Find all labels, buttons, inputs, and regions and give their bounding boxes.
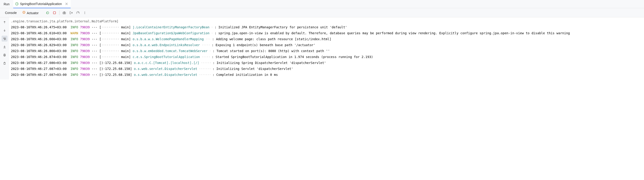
log-source[interactable]: o.s.b.w.embedded.tomcat.TomcatWebServer <box>133 49 208 53</box>
up-stacktrace-button[interactable] <box>2 19 8 25</box>
run-tab-title: SpringBootTutorialApplication <box>20 2 62 6</box>
log-source[interactable]: o.s.web.servlet.DispatcherServlet <box>134 73 197 76</box>
close-tab-button[interactable] <box>65 2 68 6</box>
console-tab[interactable]: Console <box>3 10 19 16</box>
log-level: INFO <box>70 73 78 76</box>
actuator-tab-label: Actuator <box>27 11 38 15</box>
log-thread: main] <box>121 25 133 29</box>
log-separator: --- <box>90 37 99 41</box>
log-line: 2023-08-16T09:46:26.829+03:00 INFO 79039… <box>11 42 642 48</box>
exit-icon[interactable] <box>68 10 74 16</box>
log-message: : Tomcat started on port(s): 8080 (http)… <box>212 49 330 53</box>
log-separator: --- <box>90 73 99 76</box>
log-level: INFO <box>70 43 78 47</box>
svg-point-2 <box>24 12 24 13</box>
log-thread: main] <box>121 49 133 53</box>
log-message: : Initializing Servlet 'dispatcherServle… <box>212 67 293 71</box>
rerun-button[interactable] <box>45 10 50 16</box>
log-separator: --- <box>90 31 99 35</box>
log-message: : Started SpringBootTutorialApplication … <box>212 55 373 59</box>
log-separator: --- <box>90 61 99 65</box>
clear-all-button[interactable] <box>2 60 8 66</box>
log-level: INFO <box>70 61 78 65</box>
log-level: WARN <box>70 31 78 35</box>
log-line: 2023-08-16T09:46:27.087+03:00 INFO 79039… <box>11 66 642 72</box>
run-tool-window-header: Run SpringBootTutorialApplication <box>0 0 644 8</box>
camera-icon[interactable] <box>61 10 67 16</box>
log-pid: 79039 <box>80 49 90 53</box>
log-line: 2023-08-16T09:46:26.666+03:00 INFO 79039… <box>11 36 642 42</box>
log-separator: --- <box>90 25 99 29</box>
log-thread: [)-172.25.68.158] <box>99 67 134 71</box>
log-fragment: .engine.transaction.jta.platform.interna… <box>11 18 642 24</box>
log-line: 2023-08-16T09:46:27.087+03:00 INFO 79039… <box>11 72 642 78</box>
log-thread: main] <box>121 37 133 41</box>
svg-rect-10 <box>4 54 5 55</box>
svg-point-5 <box>64 12 64 13</box>
log-timestamp: 2023-08-16T09:46:26.475+03:00 <box>11 25 66 29</box>
svg-point-7 <box>84 12 85 13</box>
profiler-icon[interactable] <box>75 10 81 16</box>
down-stacktrace-button[interactable] <box>2 27 8 33</box>
stop-button[interactable] <box>52 10 58 16</box>
log-message: : Initialized JPA EntityManagerFactory f… <box>214 25 347 29</box>
log-timestamp: 2023-08-16T09:46:27.087+03:00 <box>11 73 66 76</box>
log-level: INFO <box>70 25 78 29</box>
log-timestamp: 2023-08-16T09:46:26.666+03:00 <box>11 37 66 41</box>
log-source[interactable]: o.s.b.a.e.web.EndpointLinksResolver <box>133 43 200 47</box>
log-thread: main] <box>121 43 133 47</box>
log-thread: [)-172.25.68.158] <box>99 73 134 76</box>
log-message: : Initializing Spring DispatcherServlet … <box>213 61 326 65</box>
log-source[interactable]: JpaBaseConfiguration$JpaWebConfiguration <box>133 31 210 35</box>
console-output[interactable]: .engine.transaction.jta.platform.interna… <box>9 17 644 79</box>
log-message: : Exposing 1 endpoint(s) beneath base pa… <box>212 43 316 47</box>
log-message: : Adding welcome page: class path resour… <box>212 37 331 41</box>
log-separator: --- <box>90 67 99 71</box>
soft-wrap-button[interactable] <box>2 36 8 42</box>
log-level: INFO <box>70 55 78 59</box>
log-source[interactable]: o.a.c.c.C.[Tomcat].[localhost].[/] <box>134 61 199 65</box>
log-pid: 79039 <box>80 25 90 29</box>
log-timestamp: 2023-08-16T09:46:26.829+03:00 <box>11 43 66 47</box>
log-source[interactable]: o.s.web.servlet.DispatcherServlet <box>134 67 197 71</box>
log-pid: 79039 <box>80 61 90 65</box>
log-timestamp: 2023-08-16T09:46:26.866+03:00 <box>11 49 66 53</box>
log-line: 2023-08-16T09:46:26.874+03:00 INFO 79039… <box>11 54 642 60</box>
log-line: 2023-08-16T09:46:26.475+03:00 INFO 79039… <box>11 24 642 30</box>
log-separator: --- <box>90 49 99 53</box>
log-timestamp: 2023-08-16T09:46:26.874+03:00 <box>11 55 66 59</box>
log-source[interactable]: j.LocalContainerEntityManagerFactoryBean <box>133 25 210 29</box>
log-level: INFO <box>70 49 78 53</box>
log-message: : Completed initialization in 0 ms <box>212 73 278 76</box>
actuator-tab[interactable]: Actuator <box>20 9 41 16</box>
log-line: 2023-08-16T09:46:26.610+03:00 WARN 79039… <box>11 30 642 36</box>
fragment-text: .engine.transaction.jta.platform.interna… <box>11 19 118 23</box>
spring-boot-run-icon <box>15 2 19 6</box>
toolbar-divider <box>59 11 60 15</box>
scroll-to-end-button[interactable] <box>2 44 8 50</box>
log-line: 2023-08-16T09:46:27.086+03:00 INFO 79039… <box>11 60 642 66</box>
log-pid: 79039 <box>80 31 90 35</box>
more-icon[interactable] <box>82 10 88 16</box>
run-toolbar: Console Actuator <box>0 8 644 17</box>
log-timestamp: 2023-08-16T09:46:27.087+03:00 <box>11 67 66 71</box>
log-pid: 79039 <box>80 37 90 41</box>
log-level: INFO <box>70 67 78 71</box>
log-thread: [)-172.25.68.158] <box>99 61 134 65</box>
log-pid: 79039 <box>80 67 90 71</box>
log-timestamp: 2023-08-16T09:46:26.610+03:00 <box>11 31 66 35</box>
log-pid: 79039 <box>80 55 90 59</box>
log-line: 2023-08-16T09:46:26.866+03:00 INFO 79039… <box>11 48 642 54</box>
print-button[interactable] <box>2 52 8 58</box>
svg-rect-3 <box>53 12 56 14</box>
log-timestamp: 2023-08-16T09:46:27.086+03:00 <box>11 61 66 65</box>
log-separator: --- <box>90 55 99 59</box>
log-source[interactable]: c.e.s.SpringBootTutorialApplication <box>133 55 200 59</box>
log-separator: --- <box>90 43 99 47</box>
log-thread: main] <box>121 55 133 59</box>
log-source[interactable]: o.s.b.a.w.s.WelcomePageHandlerMapping <box>133 37 204 41</box>
log-message: : spring.jpa.open-in-view is enabled by … <box>214 31 570 35</box>
run-tab[interactable]: SpringBootTutorialApplication <box>13 0 71 8</box>
actuator-icon <box>22 11 26 14</box>
console-gutter <box>0 17 9 79</box>
